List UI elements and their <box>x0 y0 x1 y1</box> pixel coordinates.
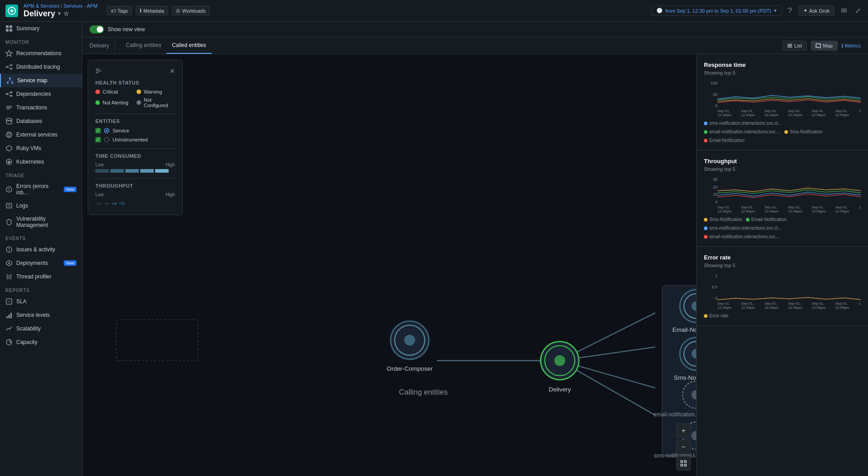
throughput-legend-section: Throughput Low High → → ⇒ ⇒ <box>95 183 175 207</box>
sidebar-item-deployments[interactable]: Deployments New <box>0 256 82 270</box>
ask-grok-button[interactable]: ✦ Ask Grok <box>798 5 835 16</box>
tabs-right: List Map ℹ Metrics <box>782 41 861 51</box>
sidebar-item-logs[interactable]: Logs <box>0 199 82 212</box>
logs-icon <box>5 202 13 209</box>
legend-close-button[interactable]: ✕ <box>170 67 175 75</box>
svg-point-12 <box>11 82 13 84</box>
service-map-icon <box>6 77 14 84</box>
svg-point-6 <box>10 64 12 66</box>
favorite-icon[interactable]: ☆ <box>63 10 69 17</box>
svg-rect-16 <box>10 91 12 93</box>
sidebar-item-external-services[interactable]: External services <box>0 128 82 141</box>
monitor-section-label: MONITOR <box>0 35 82 47</box>
sidebar-item-service-map[interactable]: Service map <box>0 74 82 87</box>
sidebar-item-scalability[interactable]: Scalability <box>0 322 82 335</box>
legend-item-3: Sms-Notification <box>784 129 823 134</box>
svg-point-10 <box>9 77 11 79</box>
show-new-view-toggle-area: Show new view <box>90 25 145 33</box>
svg-line-19 <box>8 94 10 96</box>
zoom-out-button[interactable]: − <box>676 440 691 454</box>
sidebar-item-kubernetes[interactable]: Kubernetes <box>0 155 82 169</box>
throughput-section: Throughput Showing top 5 30 20 10 0 <box>697 151 868 247</box>
svg-line-14 <box>10 79 12 82</box>
delivery-label: Delivery <box>90 39 115 52</box>
svg-rect-1 <box>6 25 9 28</box>
response-time-svg <box>717 81 861 108</box>
node-order-composer: Order-Composer <box>387 321 433 372</box>
expand-button[interactable]: ⤢ <box>853 5 863 17</box>
metrics-link[interactable]: ℹ Metrics <box>841 43 861 49</box>
zoom-in-button[interactable]: + <box>676 424 691 438</box>
svg-point-59 <box>104 137 109 142</box>
main-layout: Summary MONITOR Recommendations Distribu… <box>0 22 868 476</box>
svg-text:Calling entities: Calling entities <box>399 388 448 396</box>
error-rate-title: Error rate <box>704 254 861 261</box>
show-new-view-toggle[interactable] <box>90 25 104 33</box>
svg-line-18 <box>8 92 10 94</box>
arrow-1: → <box>95 200 102 207</box>
uninstrumented-checkbox[interactable] <box>95 137 101 142</box>
scalability-icon <box>5 325 13 332</box>
capacity-icon <box>5 339 13 346</box>
sidebar-item-ruby-vms[interactable]: Ruby VMs <box>0 141 82 155</box>
help-button[interactable]: ? <box>786 5 794 17</box>
chevron-down-icon: ▾ <box>774 8 777 14</box>
error-rate-legend: Error rate <box>704 313 861 318</box>
time-consumed-label: Time consumed <box>95 153 175 159</box>
tab-called-entities[interactable]: Called entities <box>166 38 211 54</box>
sidebar-item-summary[interactable]: Summary <box>0 22 82 35</box>
info-icon: ℹ <box>140 8 142 14</box>
mail-button[interactable]: ✉ <box>839 5 849 17</box>
tags-button[interactable]: 🏷 Tags <box>107 6 132 15</box>
dependencies-icon <box>5 90 13 98</box>
sidebar-item-distributed-tracing[interactable]: Distributed tracing <box>0 60 82 74</box>
service-checkbox[interactable] <box>95 128 101 133</box>
sidebar-item-transactions[interactable]: Transactions <box>0 101 82 114</box>
ruby-vms-icon <box>5 145 13 152</box>
tc-bar <box>95 169 175 173</box>
list-view-button[interactable]: List <box>782 41 807 51</box>
tab-calling-entities[interactable]: Calling entities <box>120 38 166 54</box>
legend-item-1: sms-notification.interactions.svc.cl... <box>704 121 782 126</box>
time-range-picker[interactable]: 🕐 from Sep 1, 12:30 pm to Sep 1, 01:00 p… <box>651 5 782 16</box>
service-levels-icon <box>5 311 13 319</box>
sidebar-item-recommendations[interactable]: Recommendations <box>0 47 82 60</box>
fit-view-button[interactable] <box>676 456 691 471</box>
sidebar-item-errors[interactable]: Errors (errors inb... New <box>0 180 82 199</box>
throughput-legend: Sms-Notification Email-Notification sms-… <box>704 217 861 239</box>
metadata-button[interactable]: ℹ Metadata <box>136 6 168 15</box>
health-not-alerting: Not Alerting <box>95 97 134 108</box>
map-view-button[interactable]: Map <box>811 41 837 51</box>
response-time-yaxis: 100 50 0 <box>704 81 717 108</box>
sidebar-item-capacity[interactable]: Capacity <box>0 335 82 349</box>
svg-rect-4 <box>9 29 12 32</box>
tc-labels: Low High <box>95 162 175 167</box>
throughput-yaxis: 30 20 10 0 <box>704 177 717 204</box>
svg-point-5 <box>6 66 8 68</box>
sidebar-item-service-levels[interactable]: Service levels <box>0 308 82 322</box>
throughput-title: Throughput <box>704 158 861 165</box>
svg-line-9 <box>8 67 10 69</box>
sidebar-item-vulnerability[interactable]: Vulnerability Management <box>0 212 82 231</box>
response-time-title: Response time <box>704 61 861 68</box>
sidebar-item-dependencies[interactable]: Dependencies <box>0 87 82 101</box>
workloads-button[interactable]: ◎ Workloads <box>172 6 210 15</box>
response-time-subtitle: Showing top 5 <box>704 70 861 75</box>
throughput-svg <box>717 177 861 204</box>
throughput-legend-label: Throughput <box>95 183 175 189</box>
reports-section-label: REPORTS <box>0 283 82 295</box>
workloads-icon: ◎ <box>176 8 180 14</box>
chevron-down-icon[interactable]: ▾ <box>58 10 61 17</box>
sidebar-item-thread-profiler[interactable]: Thread profiler <box>0 270 82 283</box>
sidebar-item-databases[interactable]: Databases <box>0 114 82 128</box>
grok-icon: ✦ <box>803 8 807 14</box>
sidebar-item-sla[interactable]: SLA <box>0 295 82 308</box>
svg-rect-93 <box>681 464 683 466</box>
clock-icon: 🕐 <box>656 8 663 14</box>
sidebar-item-issues[interactable]: Issues & activity <box>0 243 82 256</box>
entity-service: Service <box>95 127 175 134</box>
tp-legend-item-1: Sms-Notification <box>704 217 742 222</box>
error-rate-xaxis: Sep 01,12:30pm Sep 01,12:35pm Sep 01,12:… <box>717 302 861 310</box>
tp-labels: Low High <box>95 192 175 197</box>
databases-icon <box>5 118 13 125</box>
